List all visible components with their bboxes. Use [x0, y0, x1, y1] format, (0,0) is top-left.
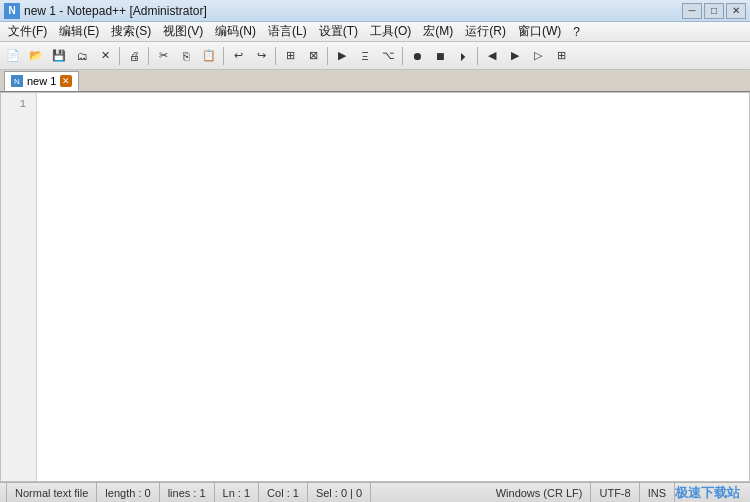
app-icon: N	[4, 3, 20, 19]
toolbar-btn-find[interactable]: ⊞	[279, 45, 301, 67]
toolbar-btn-save-all[interactable]: 🗂	[71, 45, 93, 67]
menu-item-window[interactable]: 窗口(W)	[512, 23, 567, 41]
status-col: Col : 1	[259, 483, 308, 502]
status-eol: Windows (CR LF)	[488, 483, 592, 502]
status-bar: Normal text file length : 0 lines : 1 Ln…	[0, 482, 750, 502]
watermark: 极速下载站	[675, 484, 744, 502]
toolbar-separator	[223, 47, 224, 65]
toolbar-btn-extra1[interactable]: ▷	[527, 45, 549, 67]
editor-container: 1	[0, 92, 750, 482]
toolbar-btn-macro-stop[interactable]: ⏹	[429, 45, 451, 67]
toolbar-separator	[148, 47, 149, 65]
menu-item-edit[interactable]: 编辑(E)	[53, 23, 105, 41]
toolbar-btn-new[interactable]: 📄	[2, 45, 24, 67]
status-lines: lines : 1	[160, 483, 215, 502]
toolbar-btn-trim[interactable]: ⌥	[377, 45, 399, 67]
title-text: new 1 - Notepad++ [Administrator]	[24, 4, 682, 18]
menu-item-settings[interactable]: 设置(T)	[313, 23, 364, 41]
toolbar-btn-save[interactable]: 💾	[48, 45, 70, 67]
title-bar: N new 1 - Notepad++ [Administrator] ─ □ …	[0, 0, 750, 22]
toolbar-btn-col[interactable]: Ξ	[354, 45, 376, 67]
toolbar-separator	[477, 47, 478, 65]
status-length: length : 0	[97, 483, 159, 502]
toolbar-btn-close-doc[interactable]: ✕	[94, 45, 116, 67]
toolbar-btn-paste[interactable]: 📋	[198, 45, 220, 67]
menu-item-tools[interactable]: 工具(O)	[364, 23, 417, 41]
toolbar-separator	[119, 47, 120, 65]
editor-area[interactable]	[37, 93, 749, 481]
menu-item-encode[interactable]: 编码(N)	[209, 23, 262, 41]
status-encoding: UTF-8	[591, 483, 639, 502]
status-file-type: Normal text file	[6, 483, 97, 502]
toolbar-btn-copy[interactable]: ⎘	[175, 45, 197, 67]
title-controls: ─ □ ✕	[682, 3, 746, 19]
toolbar-btn-next[interactable]: ▶	[504, 45, 526, 67]
toolbar-separator	[402, 47, 403, 65]
toolbar-btn-go-to[interactable]: ▶	[331, 45, 353, 67]
menu-item-language[interactable]: 语言(L)	[262, 23, 313, 41]
toolbar-btn-replace[interactable]: ⊠	[302, 45, 324, 67]
close-window-button[interactable]: ✕	[726, 3, 746, 19]
status-insert-mode: INS	[640, 483, 675, 502]
toolbar-btn-cut[interactable]: ✂	[152, 45, 174, 67]
minimize-button[interactable]: ─	[682, 3, 702, 19]
toolbar-btn-prev[interactable]: ◀	[481, 45, 503, 67]
toolbar-btn-print[interactable]: 🖨	[123, 45, 145, 67]
toolbar-btn-extra2[interactable]: ⊞	[550, 45, 572, 67]
tab-file-icon: N	[11, 75, 23, 87]
status-sel: Sel : 0 | 0	[308, 483, 371, 502]
toolbar-separator	[327, 47, 328, 65]
menu-item-search[interactable]: 搜索(S)	[105, 23, 157, 41]
tab-bar: N new 1 ✕	[0, 70, 750, 92]
menu-item-help[interactable]: ?	[567, 23, 586, 41]
maximize-button[interactable]: □	[704, 3, 724, 19]
menu-item-file[interactable]: 文件(F)	[2, 23, 53, 41]
line-numbers: 1	[1, 93, 37, 481]
tab-close-button[interactable]: ✕	[60, 75, 72, 87]
menu-item-view[interactable]: 视图(V)	[157, 23, 209, 41]
menu-bar: 文件(F)编辑(E)搜索(S)视图(V)编码(N)语言(L)设置(T)工具(O)…	[0, 22, 750, 42]
toolbar-btn-macro-rec[interactable]: ⏺	[406, 45, 428, 67]
status-ln: Ln : 1	[215, 483, 260, 502]
tab-new1[interactable]: N new 1 ✕	[4, 71, 79, 91]
toolbar-btn-open[interactable]: 📂	[25, 45, 47, 67]
toolbar-separator	[275, 47, 276, 65]
toolbar-btn-macro-play[interactable]: ⏵	[452, 45, 474, 67]
tab-label: new 1	[27, 75, 56, 87]
toolbar-btn-redo[interactable]: ↪	[250, 45, 272, 67]
toolbar: 📄📂💾🗂✕🖨✂⎘📋↩↪⊞⊠▶Ξ⌥⏺⏹⏵◀▶▷⊞	[0, 42, 750, 70]
menu-item-run[interactable]: 运行(R)	[459, 23, 512, 41]
toolbar-btn-undo[interactable]: ↩	[227, 45, 249, 67]
line-number-1: 1	[1, 95, 30, 113]
menu-item-macro[interactable]: 宏(M)	[417, 23, 459, 41]
